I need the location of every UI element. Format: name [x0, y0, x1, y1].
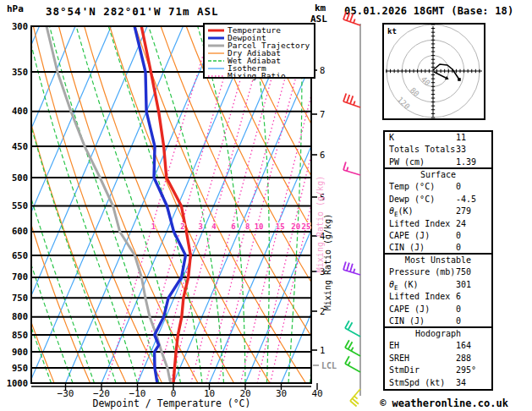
- table-row: Lifted Index24: [385, 218, 491, 230]
- hodograph-plot: 4080120kt: [384, 25, 484, 118]
- table-row: Totals Totals33: [385, 144, 491, 156]
- table-row: StmSpd (kt)34: [385, 377, 491, 389]
- stat-label: PW (cm): [389, 157, 425, 167]
- pressure-tick-label: 600: [12, 226, 28, 236]
- wind-barb: [350, 389, 360, 407]
- hodograph-unit-label: kt: [387, 27, 397, 36]
- stat-value: 301: [456, 279, 471, 291]
- stat-value: 34: [456, 377, 466, 389]
- stat-value: -4.5: [456, 194, 476, 206]
- storm-motion-arrow: [434, 72, 446, 78]
- mixing-ratio-value-label: 10: [255, 222, 264, 231]
- stat-label: StmDir: [389, 365, 420, 375]
- pressure-tick-label: 800: [12, 311, 28, 321]
- mixing-ratio-value-label: 2: [180, 222, 184, 231]
- isotherm-line: [0, 26, 3, 383]
- stat-value: 0: [456, 304, 461, 315]
- table-row: StmDir295°: [385, 364, 491, 376]
- mixing-ratio-value-label: 4: [211, 222, 217, 231]
- wet-adiabat-line: [0, 26, 8, 383]
- km-tick-label: 7: [320, 109, 325, 119]
- wind-barb: [345, 321, 360, 337]
- hodograph-table: Hodograph EH164 SREH288 StmDir295° StmSp…: [383, 326, 493, 391]
- wind-barb: [345, 356, 360, 372]
- pressure-tick-label: 1000: [7, 378, 28, 388]
- dry-adiabat-line: [365, 26, 381, 383]
- stat-value: 24: [456, 218, 466, 230]
- pressure-tick-label: 300: [12, 21, 28, 31]
- table-row: EH164: [385, 340, 491, 352]
- hodograph-ring-label: 120: [396, 96, 412, 112]
- hodograph-ring-label: 40: [420, 75, 432, 88]
- km-tick-label: 1: [320, 345, 325, 355]
- pressure-tick-label: 350: [12, 67, 28, 77]
- temp-tick-label: −30: [58, 388, 74, 399]
- pressure-tick-label: 500: [12, 173, 28, 183]
- lcl-label: LCL: [321, 361, 337, 370]
- temp-axis-title: Dewpoint / Temperature (°C): [93, 397, 251, 409]
- stat-label: SREH: [389, 353, 409, 363]
- table-row: Pressure (mb)750: [385, 266, 491, 278]
- hodograph-panel: 4080120kt: [382, 23, 485, 120]
- pressure-tick-label: 900: [12, 347, 28, 357]
- section-title: Most Unstable: [385, 255, 491, 266]
- table-row: PW (cm)1.39: [385, 156, 491, 168]
- stat-label: CAPE (J): [389, 231, 430, 240]
- mixing-ratio-value-label: 25: [302, 222, 311, 231]
- table-row: Lifted Index6: [385, 291, 491, 303]
- pressure-tick-label: 400: [12, 106, 28, 116]
- stat-value: 279: [456, 206, 471, 217]
- stat-label: CIN (J): [389, 316, 425, 326]
- mixing-ratio-value-label: 6: [231, 222, 235, 231]
- section-title: Hodograph: [385, 328, 491, 340]
- stat-value: 0: [456, 230, 461, 242]
- stat-label: Temp (°C): [389, 182, 435, 191]
- section-title: Surface: [385, 169, 491, 181]
- mixing-ratio-value-label: 3: [199, 222, 203, 231]
- legend: TemperatureDewpointParcel TrajectoryDry …: [204, 24, 315, 80]
- skewt-diagram: 1234681015202530035040045050055060065070…: [0, 0, 381, 411]
- mixing-ratio-value-label: 8: [245, 222, 250, 231]
- wind-barb: [343, 94, 360, 107]
- mixing-axis-label: Mixing Ratio (g/kg): [323, 214, 332, 310]
- table-row: Temp (°C)0: [385, 181, 491, 193]
- stat-label: Totals Totals: [389, 145, 455, 154]
- indices-table-top: K11 Totals Totals33 PW (cm)1.39: [383, 130, 493, 169]
- stat-label: EH: [389, 341, 399, 350]
- wet-adiabat-line: [0, 26, 73, 383]
- table-row: CAPE (J)0: [385, 230, 491, 242]
- stat-value: 0: [456, 181, 461, 193]
- dry-adiabat-line: [288, 26, 381, 383]
- stat-value: 750: [456, 266, 471, 278]
- surface-table: Surface Temp (°C)0 Dewp (°C)-4.5 θE(K)27…: [383, 167, 493, 255]
- stat-label: (K): [398, 206, 414, 216]
- stat-label: CAPE (J): [389, 304, 430, 314]
- table-row: K11: [385, 132, 491, 144]
- stat-value: 11: [456, 132, 466, 144]
- mixing-ratio-value-label: 20: [291, 222, 300, 231]
- wind-barb: [343, 261, 360, 275]
- table-row: θE (K)301: [385, 279, 491, 291]
- pressure-tick-label: 700: [12, 271, 28, 282]
- wind-barb: [343, 162, 360, 175]
- most-unstable-table: Most Unstable Pressure (mb)750 θE (K)301…: [383, 253, 493, 328]
- stat-value: 33: [456, 144, 466, 156]
- stat-label: (K): [398, 280, 419, 289]
- legend-label: Mixing Ratio: [228, 71, 286, 80]
- table-row: Dewp (°C)-4.5: [385, 194, 491, 206]
- stat-value: 295°: [456, 364, 476, 376]
- hodograph-trace-end-marker: [458, 78, 461, 81]
- pressure-tick-label: 450: [12, 141, 28, 151]
- stat-value: 6: [456, 291, 461, 303]
- wind-barb: [343, 12, 360, 25]
- stat-label: Pressure (mb): [389, 267, 455, 277]
- copyright-label: © weatheronline.co.uk: [369, 397, 519, 409]
- stat-value: 288: [456, 353, 471, 364]
- mixing-ratio-value-label: 1: [151, 222, 156, 231]
- mixing-ratio-value-label: 15: [276, 222, 285, 231]
- stat-label: Dewp (°C): [389, 195, 435, 204]
- km-tick-label: 8: [320, 65, 325, 75]
- stat-label: K: [389, 133, 394, 142]
- pressure-tick-label: 750: [12, 293, 28, 303]
- stat-label: StmSpd (kt): [389, 378, 445, 387]
